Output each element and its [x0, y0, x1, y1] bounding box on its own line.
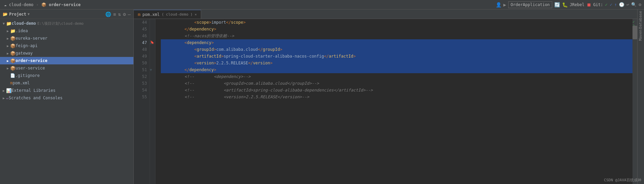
tree-item-gateway[interactable]: ▶ 📦 gateway [0, 49, 133, 57]
chevron-right-icon: ▶ [7, 59, 10, 63]
chevron-right-icon: ▶ [3, 96, 6, 100]
tree-root[interactable]: ▼ 📁 cloud-demo E:\项目计划\cloud-demo [0, 20, 133, 27]
line-num-49: 49 [136, 53, 147, 60]
text-44: import [211, 19, 226, 26]
scroll-down-icon: ▽ [150, 68, 152, 71]
search-icon[interactable]: 🔍 [631, 2, 637, 7]
scrollbar-thumb[interactable] [632, 26, 637, 39]
jrebel-label: JRebel [570, 2, 584, 7]
tab-close-button[interactable]: ✕ [195, 13, 197, 16]
indent-49 [165, 53, 194, 60]
pom-file-icon: m [10, 81, 13, 85]
code-area[interactable]: <scope>import</scope> </dependency> <!--… [161, 19, 632, 184]
tree-item-scratches[interactable]: ▶ ✏ Scratches and Consoles [0, 94, 133, 102]
tab-pom-xml[interactable]: m pom.xml ( cloud-demo ) ✕ [134, 10, 201, 19]
tree-item-order-service[interactable]: ▶ 📦 order-service [0, 57, 133, 64]
add-icon[interactable]: 🌐 [105, 12, 111, 17]
dropdown-icon[interactable]: ▼ [28, 12, 30, 16]
maven-panel-label[interactable]: Maven [638, 29, 643, 41]
tree-item-feign[interactable]: ▶ 📦 feign-api [0, 42, 133, 49]
indent-46 [165, 33, 185, 39]
watermark: CSDN @JAVA百统成神 [604, 178, 641, 183]
editor-scrollbar[interactable]: ✓ 2 ∧ ∨ [632, 19, 637, 184]
toolbar-icon-2[interactable]: 🐛 [562, 2, 568, 7]
toolbar-icon-3[interactable]: ⏹ [586, 2, 591, 7]
chevron-right-icon: ▶ [7, 29, 10, 33]
feign-label: feign-api [16, 43, 38, 48]
toolbar-icon-1[interactable]: 🔄 [554, 2, 560, 7]
bracket-44-close: > [209, 19, 211, 26]
chevron-right-icon: ▶ [3, 89, 6, 93]
tree-item-external-libs[interactable]: ▶ 📊 External Libraries [0, 87, 133, 94]
tag-44-end: scope [231, 19, 243, 26]
undo-icon[interactable]: ↩ [626, 2, 629, 7]
collapse-icon[interactable]: ≡ [113, 12, 116, 17]
indent-55 [165, 94, 185, 100]
bracket-50-end-close: > [270, 60, 273, 66]
app-dropdown[interactable]: OrderApplication [508, 1, 552, 8]
fold-icon-51 [155, 66, 161, 73]
indent-51 [165, 66, 185, 73]
line-num-54: 54 [136, 87, 147, 94]
tree-item-gitignore[interactable]: ▶ 📄 .gitignore [0, 72, 133, 79]
indent-54 [165, 87, 185, 94]
tag-49-end: artifactId [329, 53, 353, 60]
code-line-55: <!-- <version>2.2.5.RELEASE</version>--> [161, 94, 632, 100]
code-line-51: </dependency> [161, 66, 632, 73]
tab-pom-label: pom.xml [143, 12, 160, 17]
scratches-icon: ✏ [6, 96, 9, 101]
code-line-52: <!-- <dependency>--> [161, 73, 632, 80]
bracket-48-open: < [194, 46, 197, 53]
sort-icon[interactable]: ⇅ [118, 12, 121, 17]
order-service-label[interactable]: 📦 order-service [40, 2, 82, 8]
tag-50: version [197, 60, 214, 66]
tree-item-idea[interactable]: ▶ 📁 .idea [0, 27, 133, 35]
root-label: cloud-demo [12, 21, 36, 26]
tree-item-eureka[interactable]: ▶ 📦 eureka-server [0, 35, 133, 42]
chevron-right-icon: ▶ [7, 52, 10, 55]
file-tree: ▼ 📁 cloud-demo E:\项目计划\cloud-demo ▶ 📁 .i… [0, 19, 133, 184]
bracket-45-open: </ [185, 26, 189, 33]
code-line-45: </dependency> [161, 26, 632, 33]
line-num-45: 45 [136, 26, 147, 33]
bracket-45-close: > [214, 26, 216, 33]
bracket-44-end-open: </ [226, 19, 231, 26]
tag-50-end: version [253, 60, 270, 66]
external-libs-label: External Libraries [12, 88, 56, 93]
tree-item-user-service[interactable]: ▶ 📦 user-service [0, 64, 133, 72]
indent-44 [165, 19, 194, 26]
settings-icon[interactable]: ⚙ [639, 2, 641, 7]
line-num-55: 55 [136, 94, 147, 100]
gateway-folder-icon: 📦 [10, 51, 16, 56]
indent-45 [165, 26, 185, 33]
settings-icon[interactable]: ⚙ [123, 12, 126, 17]
pom-label: pom.xml [13, 81, 30, 85]
indent-53 [165, 80, 185, 87]
editor-content: 44 45 46 47 48 49 50 51 52 53 54 55 △ [134, 19, 637, 184]
bracket-44-end-close: > [243, 19, 245, 26]
comment-54: <!-- <artifactId>spring-cloud-alibaba-de… [185, 87, 373, 94]
project-icon: 📂 [3, 12, 8, 17]
tag-48: groupId [197, 46, 214, 53]
bracket-49-end-close: > [353, 53, 356, 60]
bracket-48-end-close: > [280, 46, 282, 53]
fold-icon-54 [155, 87, 161, 94]
bracket-48-close: > [214, 46, 216, 53]
line-num-44: 44 [136, 19, 147, 26]
code-line-44: <scope>import</scope> [161, 19, 632, 26]
bracket-47-open: < [185, 39, 187, 46]
user-folder-icon: 📦 [10, 66, 16, 71]
idea-folder-icon: 📁 [10, 28, 16, 34]
minimize-icon[interactable]: — [128, 12, 131, 17]
line-num-50: 50 [136, 60, 147, 66]
project-label: Project [9, 12, 26, 17]
bracket-49-end-open: </ [324, 53, 329, 60]
text-49: spring-cloud-starter-alibaba-nacos-confi… [223, 53, 324, 60]
tree-item-pom[interactable]: ▶ m pom.xml [0, 79, 133, 87]
code-line-49: <artifactId>spring-cloud-starter-alibaba… [161, 53, 632, 60]
user-icon: 👤 [496, 2, 501, 7]
database-panel-label[interactable]: Database [638, 11, 643, 29]
clock-icon: 🕐 [619, 2, 624, 7]
gateway-label: gateway [16, 51, 33, 56]
code-line-46: <!--nacos的管理依赖--> [161, 33, 632, 39]
